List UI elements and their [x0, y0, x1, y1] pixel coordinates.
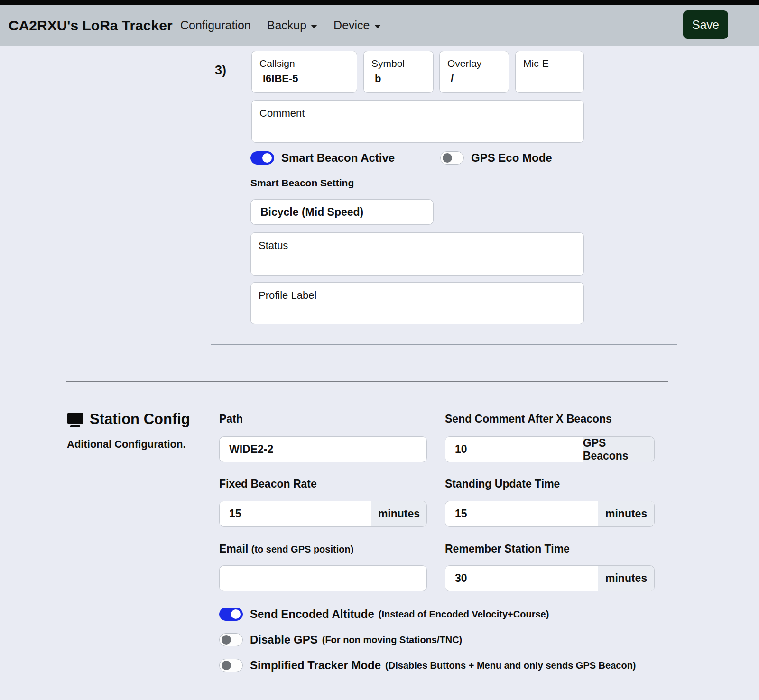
- callsign-field[interactable]: Callsign I6IBE-5: [251, 51, 357, 93]
- disable-gps-hint: (For non moving Stations/TNC): [322, 635, 463, 645]
- toggle-knob: [222, 661, 231, 670]
- send-encoded-altitude-row: Send Encoded Altitude (Instead of Encode…: [219, 608, 549, 621]
- symbol-field[interactable]: Symbol b: [363, 51, 434, 93]
- path-label: Path: [219, 413, 243, 425]
- mice-label: Mic-E: [523, 58, 576, 69]
- page: CA2RXU's LoRa Tracker Configuration Back…: [0, 0, 759, 700]
- fixed-beacon-rate-unit: minutes: [371, 501, 426, 526]
- nav-item-backup[interactable]: Backup: [267, 18, 317, 32]
- section-divider: [211, 344, 677, 345]
- nav-backup-label: Backup: [267, 18, 306, 32]
- send-comment-group: GPS Beacons: [445, 436, 655, 462]
- send-comment-unit: GPS Beacons: [583, 437, 654, 462]
- gps-eco-mode-toggle[interactable]: [440, 151, 464, 165]
- nav-device-label: Device: [333, 18, 370, 32]
- toggle-knob: [443, 153, 452, 163]
- section-divider: [66, 381, 668, 382]
- simplified-tracker-mode-toggle[interactable]: [219, 659, 243, 672]
- send-encoded-altitude-hint: (Instead of Encoded Velocity+Course): [379, 609, 549, 620]
- status-field[interactable]: Status: [250, 232, 584, 276]
- save-button[interactable]: Save: [683, 10, 728, 39]
- display-icon: [66, 412, 84, 427]
- simplified-tracker-mode-row: Simplified Tracker Mode (Disables Button…: [219, 659, 636, 672]
- toggle-knob: [262, 153, 272, 163]
- simplified-tracker-mode-hint: (Disables Buttons + Menu and only sends …: [385, 660, 636, 671]
- send-encoded-altitude-toggle[interactable]: [219, 608, 243, 621]
- email-label-main: Email: [219, 543, 248, 555]
- smart-beacon-active-toggle[interactable]: [250, 151, 274, 165]
- gps-eco-mode-label: GPS Eco Mode: [471, 151, 552, 165]
- fixed-beacon-rate-group: minutes: [219, 501, 427, 527]
- station-config-heading: Station Config: [66, 411, 190, 428]
- nav-configuration-label: Configuration: [180, 18, 251, 32]
- nav-links: Configuration Backup Device: [180, 5, 381, 46]
- disable-gps-label: Disable GPS: [250, 633, 318, 646]
- remember-station-time-group: minutes: [445, 565, 655, 591]
- callsign-value: I6IBE-5: [263, 73, 349, 85]
- disable-gps-row: Disable GPS (For non moving Stations/TNC…: [219, 633, 462, 646]
- smart-beacon-setting-value: Bicycle (Mid Speed): [260, 206, 363, 219]
- send-comment-input[interactable]: [445, 437, 583, 462]
- toggle-knob: [222, 635, 231, 645]
- simplified-tracker-mode-label: Simplified Tracker Mode: [250, 659, 381, 672]
- disable-gps-toggle[interactable]: [219, 633, 243, 646]
- email-label-hint: (to send GPS position): [251, 544, 354, 554]
- gps-eco-mode-row: GPS Eco Mode: [440, 151, 552, 165]
- standing-update-time-input[interactable]: [445, 501, 598, 526]
- email-label: Email (to send GPS position): [219, 543, 353, 555]
- profile-label-label: Profile Label: [259, 289, 576, 302]
- send-encoded-altitude-label: Send Encoded Altitude: [250, 608, 374, 621]
- remember-station-time-label: Remember Station Time: [445, 543, 570, 555]
- app-title: CA2RXU's LoRa Tracker: [9, 5, 173, 46]
- chevron-down-icon: [311, 25, 317, 28]
- navbar: CA2RXU's LoRa Tracker Configuration Back…: [0, 5, 759, 46]
- fixed-beacon-rate-input[interactable]: [220, 501, 371, 526]
- overlay-field[interactable]: Overlay /: [439, 51, 509, 93]
- smart-beacon-setting-label: Smart Beacon Setting: [250, 177, 354, 189]
- nav-item-configuration[interactable]: Configuration: [180, 18, 251, 32]
- top-strip: [0, 0, 759, 5]
- overlay-label: Overlay: [447, 58, 501, 69]
- smart-beacon-setting-select[interactable]: Bicycle (Mid Speed): [250, 199, 434, 225]
- comment-label: Comment: [259, 107, 576, 120]
- toggle-knob: [231, 609, 241, 619]
- nav-item-device[interactable]: Device: [333, 18, 380, 32]
- standing-update-time-label: Standing Update Time: [445, 478, 560, 490]
- path-input[interactable]: [219, 436, 427, 462]
- beacon-index-label: 3): [215, 63, 226, 78]
- comment-field[interactable]: Comment: [251, 100, 584, 143]
- smart-beacon-active-label: Smart Beacon Active: [281, 151, 395, 165]
- send-comment-label: Send Comment After X Beacons: [445, 413, 612, 425]
- callsign-label: Callsign: [259, 58, 349, 69]
- station-config-title: Station Config: [90, 411, 190, 428]
- smart-beacon-active-row: Smart Beacon Active: [250, 151, 395, 165]
- overlay-value: /: [451, 73, 501, 85]
- symbol-label: Symbol: [371, 58, 426, 69]
- profile-label-field[interactable]: Profile Label: [250, 282, 584, 324]
- standing-update-time-unit: minutes: [598, 501, 654, 526]
- mice-field[interactable]: Mic-E: [515, 51, 584, 93]
- status-label: Status: [259, 239, 576, 252]
- station-config-subtitle: Aditional Configuration.: [67, 438, 186, 451]
- symbol-value: b: [375, 73, 426, 85]
- remember-station-time-unit: minutes: [598, 566, 654, 591]
- chevron-down-icon: [374, 25, 381, 28]
- standing-update-time-group: minutes: [445, 501, 655, 527]
- fixed-beacon-rate-label: Fixed Beacon Rate: [219, 478, 317, 490]
- remember-station-time-input[interactable]: [445, 566, 598, 591]
- email-input[interactable]: [219, 565, 427, 591]
